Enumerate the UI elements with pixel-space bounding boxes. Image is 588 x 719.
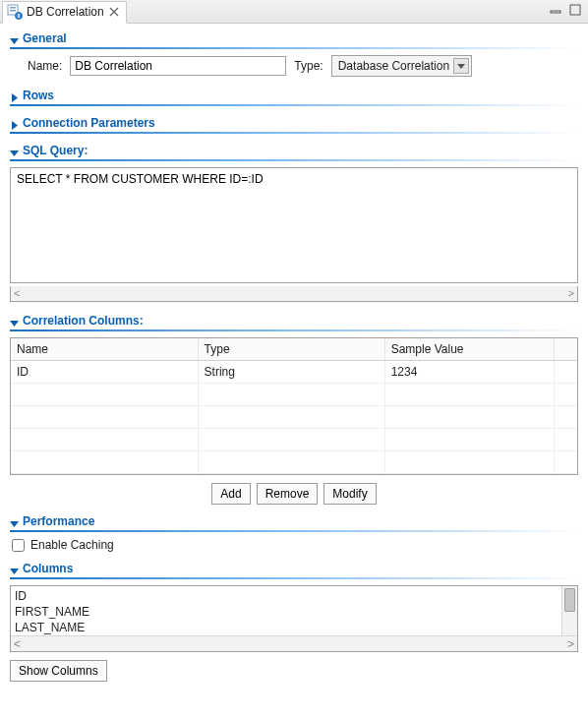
type-combo[interactable]: Database Correlation <box>331 55 472 77</box>
scrollbar-thumb[interactable] <box>564 588 575 612</box>
remove-button[interactable]: Remove <box>257 483 319 505</box>
section-correlation-title: Correlation Columns: <box>23 314 144 328</box>
modify-button[interactable]: Modify <box>323 483 376 505</box>
scroll-right-icon: > <box>568 288 574 299</box>
columns-horizontal-scrollbar[interactable]: < > <box>11 635 577 651</box>
list-item[interactable]: FIRST_NAME <box>15 604 558 620</box>
triangle-down-icon <box>10 317 19 326</box>
section-columns-title: Columns <box>23 562 73 575</box>
sql-query-textarea[interactable] <box>10 167 578 283</box>
section-performance-header[interactable]: Performance <box>10 510 578 530</box>
add-button[interactable]: Add <box>211 483 250 505</box>
type-combo-value: Database Correlation <box>338 59 449 73</box>
col-header-name[interactable]: Name <box>11 338 198 361</box>
svg-rect-8 <box>551 11 560 13</box>
svg-marker-12 <box>12 93 18 102</box>
divider <box>10 330 578 331</box>
tab-title: DB Correlation <box>27 5 104 19</box>
chevron-down-icon <box>453 58 469 74</box>
section-columns-header[interactable]: Columns <box>10 558 578 577</box>
tab-bar: DB Correlation <box>0 0 588 24</box>
svg-marker-14 <box>10 150 19 156</box>
svg-rect-1 <box>10 7 16 9</box>
svg-marker-13 <box>12 121 18 130</box>
editor-controls <box>549 3 582 17</box>
type-label: Type: <box>294 59 323 73</box>
columns-listbox[interactable]: ID FIRST_NAME LAST_NAME ADDRESS < > <box>10 585 578 652</box>
section-general-header[interactable]: General <box>10 28 578 47</box>
cell-sample: 1234 <box>384 361 555 384</box>
general-form-row: Name: Type: Database Correlation <box>28 55 578 77</box>
triangle-down-icon <box>10 147 19 155</box>
divider <box>10 577 578 579</box>
col-header-type[interactable]: Type <box>198 338 384 361</box>
table-row[interactable] <box>11 406 577 429</box>
tab-db-correlation[interactable]: DB Correlation <box>2 1 127 24</box>
divider <box>10 132 578 134</box>
sql-horizontal-scrollbar[interactable]: < > <box>10 286 578 302</box>
divider <box>10 159 578 161</box>
minimize-icon[interactable] <box>549 3 562 17</box>
table-row[interactable] <box>11 384 577 406</box>
col-header-sample[interactable]: Sample Value <box>384 338 555 361</box>
section-rows-header[interactable]: Rows <box>10 85 578 104</box>
scroll-right-icon: > <box>567 637 574 651</box>
enable-caching-label: Enable Caching <box>30 538 114 552</box>
correlation-table: Name Type Sample Value ID String 1234 <box>10 337 578 475</box>
close-icon[interactable] <box>108 6 120 18</box>
show-columns-button[interactable]: Show Columns <box>10 660 107 682</box>
svg-marker-11 <box>457 64 465 69</box>
enable-caching-checkbox[interactable] <box>12 539 25 552</box>
triangle-down-icon <box>10 517 19 526</box>
section-correlation-header[interactable]: Correlation Columns: <box>10 310 578 330</box>
divider <box>10 104 578 106</box>
name-label: Name: <box>28 59 62 73</box>
section-sql-header[interactable]: SQL Query: <box>10 140 578 159</box>
section-rows-title: Rows <box>23 89 54 102</box>
triangle-right-icon <box>10 91 19 100</box>
section-performance-title: Performance <box>23 514 94 528</box>
list-item[interactable]: LAST_NAME <box>15 620 558 635</box>
cell-type: String <box>198 361 384 384</box>
svg-rect-2 <box>10 10 16 12</box>
list-item[interactable]: ID <box>15 588 558 604</box>
columns-vertical-scrollbar[interactable] <box>561 586 577 635</box>
triangle-down-icon <box>10 34 19 43</box>
svg-marker-17 <box>10 569 19 574</box>
svg-marker-16 <box>10 521 19 527</box>
svg-rect-9 <box>570 5 580 15</box>
section-connection-header[interactable]: Connection Parameters <box>10 112 578 132</box>
scroll-left-icon: < <box>14 637 21 651</box>
divider <box>10 47 578 49</box>
section-sql-title: SQL Query: <box>23 144 88 157</box>
table-row[interactable]: ID String 1234 <box>11 361 577 384</box>
triangle-right-icon <box>10 119 19 128</box>
maximize-icon[interactable] <box>568 3 582 17</box>
scroll-left-icon: < <box>14 288 20 299</box>
col-header-filler <box>555 338 577 361</box>
table-row[interactable] <box>11 429 577 451</box>
name-input[interactable] <box>70 56 286 76</box>
divider <box>10 530 578 532</box>
db-correlation-icon <box>7 4 23 20</box>
svg-marker-10 <box>10 38 19 44</box>
section-connection-title: Connection Parameters <box>23 116 155 130</box>
triangle-down-icon <box>10 565 19 573</box>
table-row[interactable] <box>11 451 577 474</box>
section-general-title: General <box>23 31 67 45</box>
svg-marker-15 <box>10 321 19 327</box>
cell-name: ID <box>11 361 198 384</box>
